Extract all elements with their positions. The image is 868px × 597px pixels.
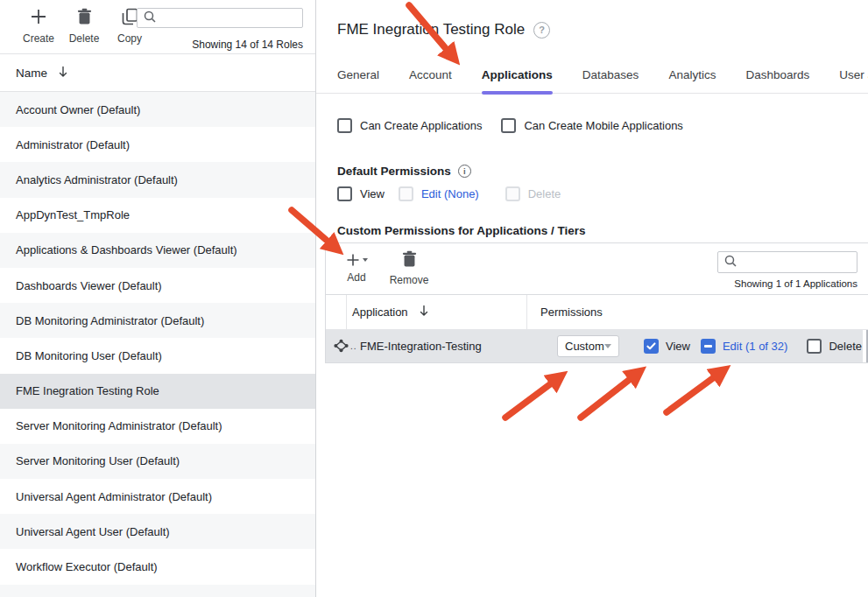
delete-permission-group: Delete xyxy=(807,339,862,354)
help-icon[interactable]: ? xyxy=(533,22,550,39)
default-permission-group: Edit (None) xyxy=(399,186,479,201)
default-permissions-heading: Default Permissions xyxy=(337,165,451,178)
delete-checkbox[interactable] xyxy=(807,339,822,354)
roles-list: Account Owner (Default)Administrator (De… xyxy=(0,92,315,597)
checkbox-label: Delete xyxy=(528,187,561,200)
sidebar-role-item[interactable]: Administrator (Default) xyxy=(0,127,315,162)
view-permission-group: View xyxy=(644,339,690,354)
checkbox-label: Can Create Mobile Applications xyxy=(524,119,682,132)
plus-icon xyxy=(30,8,47,29)
sidebar-role-item[interactable]: Dashboards Viewer (Default) xyxy=(0,268,315,303)
checkbox-label: Can Create Applications xyxy=(360,119,482,132)
default-permission-group: Delete xyxy=(505,186,561,201)
roles-admin-page: Create Delete Copy Showing 14 of xyxy=(0,0,868,597)
copy-icon xyxy=(122,8,138,29)
roles-search-box xyxy=(137,8,303,28)
applications-search-input[interactable] xyxy=(742,256,850,269)
add-application-button[interactable]: Add xyxy=(342,250,371,284)
tab-account[interactable]: Account xyxy=(409,68,452,93)
checkbox[interactable] xyxy=(337,118,352,133)
edit-permission-group: Edit (1 of 32) xyxy=(701,339,787,354)
delete-role-button[interactable]: Delete xyxy=(65,8,103,45)
sidebar-role-item[interactable]: Universal Agent Administrator (Default) xyxy=(0,479,315,514)
tab-general[interactable]: General xyxy=(337,68,379,93)
roles-list-header[interactable]: Name xyxy=(0,54,315,92)
search-icon xyxy=(724,255,737,270)
tab-dashboards[interactable]: Dashboards xyxy=(745,68,809,93)
role-tabs: GeneralAccountApplicationsDatabasesAnaly… xyxy=(316,68,868,94)
sidebar-role-item[interactable]: Workflow Executor (Default) xyxy=(0,549,315,584)
roles-showing-count: Showing 14 of 14 Roles xyxy=(192,39,303,51)
copy-label: Copy xyxy=(117,32,142,45)
search-icon xyxy=(144,11,156,26)
edit-checkbox[interactable] xyxy=(701,339,716,354)
create-label: Create xyxy=(23,32,54,45)
sidebar-role-item[interactable]: AppDynTest_TmpRole xyxy=(0,198,315,233)
sidebar-role-item[interactable]: DB Monitoring User (Default) xyxy=(0,338,315,373)
applications-showing-count: Showing 1 of 1 Applications xyxy=(734,278,857,289)
checkbox[interactable] xyxy=(505,186,520,201)
create-checkbox-group: Can Create Applications xyxy=(337,118,482,133)
tab-user-a[interactable]: User a xyxy=(839,68,868,93)
checkbox[interactable] xyxy=(337,186,352,201)
checkbox[interactable] xyxy=(399,186,413,201)
custom-permissions-toolbar: Add Remove Showing 1 of 1 Applications xyxy=(326,243,868,295)
sidebar-role-item[interactable]: Server Monitoring User (Default) xyxy=(0,444,315,479)
edit-label[interactable]: Edit (1 of 32) xyxy=(723,340,787,353)
trash-icon xyxy=(77,8,92,29)
checkbox-label: View xyxy=(360,187,385,200)
sidebar-role-item[interactable]: Analytics Administrator (Default) xyxy=(0,162,315,197)
plus-caret-icon xyxy=(346,250,368,269)
page-title: FME Inegration Testing Role xyxy=(337,21,525,39)
create-role-button[interactable]: Create xyxy=(19,8,58,45)
permission-mode-value: Custom xyxy=(565,340,604,353)
sidebar-role-item[interactable]: Account Owner (Default) xyxy=(0,92,315,127)
sidebar-role-item[interactable]: DB Monitoring Administrator (Default) xyxy=(0,303,315,338)
create-checkbox-group: Can Create Mobile Applications xyxy=(501,118,682,133)
default-permission-group: View xyxy=(337,186,385,201)
add-label: Add xyxy=(347,271,365,284)
tab-databases[interactable]: Databases xyxy=(582,68,639,93)
sort-arrow-down-icon[interactable] xyxy=(58,66,68,81)
icon-column-header xyxy=(326,295,347,329)
sidebar-role-item[interactable]: FME Inegration Testing Role xyxy=(0,374,315,409)
remove-label: Remove xyxy=(390,274,429,286)
roles-toolbar: Create Delete Copy Showing 14 of xyxy=(0,0,315,54)
custom-permissions-heading: Custom Permissions for Applications / Ti… xyxy=(337,224,586,237)
tier-node-icon: .. xyxy=(333,339,360,354)
sidebar-role-item[interactable]: Universal Agent User (Default) xyxy=(0,514,315,549)
role-detail-panel: FME Inegration Testing Role ? GeneralAcc… xyxy=(316,0,868,597)
roles-sidebar: Create Delete Copy Showing 14 of xyxy=(0,0,316,597)
info-icon[interactable]: i xyxy=(458,165,471,178)
permissions-column-header: Permissions xyxy=(527,295,868,329)
tab-analytics[interactable]: Analytics xyxy=(668,68,716,93)
name-column-label: Name xyxy=(16,67,47,80)
view-label: View xyxy=(666,340,690,353)
custom-permissions-widget: Add Remove Showing 1 of 1 Applications xyxy=(325,242,868,363)
sidebar-role-item[interactable]: Server Monitoring Administrator (Default… xyxy=(0,409,315,444)
applications-table-header: Application Permissions xyxy=(326,295,868,330)
applications-search-box xyxy=(717,251,857,273)
sidebar-role-item[interactable]: Applications & Dashboards Viewer (Defaul… xyxy=(0,233,315,268)
sort-arrow-down-icon[interactable] xyxy=(419,305,429,320)
remove-application-button[interactable]: Remove xyxy=(389,250,429,286)
application-permission-row[interactable]: .. FME-Integration-Testing Custom View E… xyxy=(326,330,868,362)
application-column-header[interactable]: Application xyxy=(347,295,527,329)
custom-permissions-heading-row: Custom Permissions for Applications / Ti… xyxy=(337,224,868,237)
permission-mode-dropdown[interactable]: Custom xyxy=(557,335,619,357)
default-permission-options: ViewEdit (None)Delete xyxy=(337,186,868,201)
checkbox[interactable] xyxy=(501,118,516,133)
checkbox-label: Edit (None) xyxy=(421,187,479,200)
delete-label: Delete xyxy=(69,32,100,45)
tab-applications[interactable]: Applications xyxy=(482,68,553,93)
default-permissions-heading-row: Default Permissions i xyxy=(337,165,868,178)
roles-list-filler xyxy=(0,585,315,597)
delete-label: Delete xyxy=(829,340,862,353)
roles-search-input[interactable] xyxy=(161,12,296,25)
title-row: FME Inegration Testing Role ? xyxy=(316,0,868,39)
application-name: FME-Integration-Testing xyxy=(360,340,536,353)
caret-down-icon xyxy=(604,344,611,348)
view-checkbox[interactable] xyxy=(644,339,659,354)
create-checkbox-row: Can Create ApplicationsCan Create Mobile… xyxy=(337,118,868,133)
trash-icon xyxy=(402,250,417,271)
